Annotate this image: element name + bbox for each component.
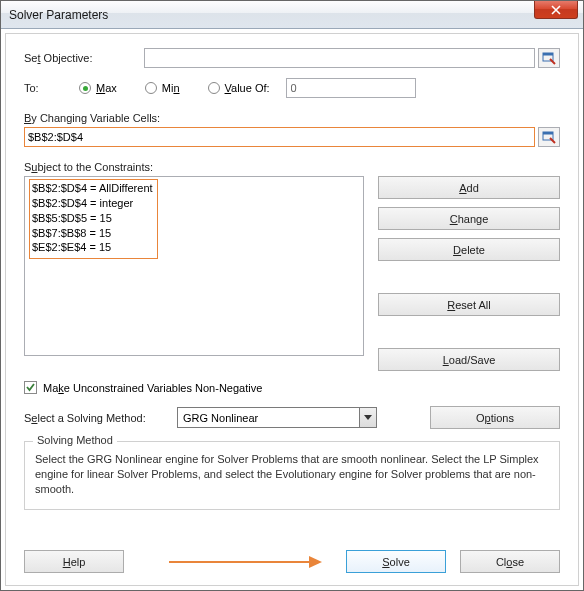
changing-cells-input[interactable] [24,127,535,147]
range-select-icon [542,51,556,65]
dialog-footer: Help Solve Close [24,550,560,573]
options-button[interactable]: Options [430,406,560,429]
close-icon [551,5,561,15]
reset-all-button[interactable]: Reset All [378,293,560,316]
combo-selected-value: GRG Nonlinear [183,412,258,424]
radio-max[interactable]: Max [79,82,117,94]
value-of-input[interactable] [286,78,416,98]
checkbox-icon [24,381,37,394]
svg-rect-1 [543,53,553,56]
titlebar[interactable]: Solver Parameters [1,1,583,29]
chevron-down-icon [364,415,372,421]
radio-value-of[interactable]: Value Of: [208,82,270,94]
load-save-button[interactable]: Load/Save [378,348,560,371]
change-button[interactable]: Change [378,207,560,230]
constraint-item[interactable]: $B$7:$B$8 = 15 [32,226,153,241]
constraints-area: $B$2:$D$4 = AllDifferent $B$2:$D$4 = int… [24,176,560,371]
constraints-highlight: $B$2:$D$4 = AllDifferent $B$2:$D$4 = int… [29,179,158,259]
solver-dialog: Solver Parameters Set Objective: [0,0,584,591]
constraint-item[interactable]: $B$2:$D$4 = integer [32,196,153,211]
close-button[interactable]: Close [460,550,560,573]
constraint-item[interactable]: $B$5:$D$5 = 15 [32,211,153,226]
constraints-listbox[interactable]: $B$2:$D$4 = AllDifferent $B$2:$D$4 = int… [24,176,364,356]
content-frame: Set Objective: To: Max [5,33,579,586]
changing-cells-range-button[interactable] [538,127,560,147]
constraint-item[interactable]: $B$2:$D$4 = AllDifferent [32,181,153,196]
radio-icon [79,82,91,94]
solve-button[interactable]: Solve [346,550,446,573]
changing-cells-row [24,127,560,147]
to-label: To: [24,82,79,94]
solving-method-row: Select a Solving Method: GRG Nonlinear O… [24,406,560,429]
solving-method-group-title: Solving Method [33,434,117,446]
close-window-button[interactable] [534,1,578,19]
radio-min-label: Min [162,82,180,94]
window-title: Solver Parameters [9,8,108,22]
set-objective-row: Set Objective: [24,48,560,68]
add-button[interactable]: Add [378,176,560,199]
solving-method-help-text: Select the GRG Nonlinear engine for Solv… [35,452,549,497]
range-select-icon [542,130,556,144]
radio-icon [208,82,220,94]
objective-range-button[interactable] [538,48,560,68]
delete-button[interactable]: Delete [378,238,560,261]
arrow-annotation-icon [164,552,324,572]
select-method-label: Select a Solving Method: [24,412,159,424]
unconstrained-label: Make Unconstrained Variables Non-Negativ… [43,382,262,394]
radio-min[interactable]: Min [145,82,180,94]
to-row: To: Max Min Value Of: [24,78,560,98]
unconstrained-checkbox-row[interactable]: Make Unconstrained Variables Non-Negativ… [24,381,560,394]
solving-method-groupbox: Solving Method Select the GRG Nonlinear … [24,441,560,510]
constraint-buttons: Add Change Delete Reset All Load/Save [378,176,560,371]
solving-method-combo[interactable]: GRG Nonlinear [177,407,377,428]
combo-dropdown-button[interactable] [359,408,376,427]
constraint-item[interactable]: $E$2:$E$4 = 15 [32,240,153,255]
radio-value-of-label: Value Of: [225,82,270,94]
radio-icon [145,82,157,94]
svg-rect-3 [543,132,553,135]
help-button[interactable]: Help [24,550,124,573]
changing-cells-label: By Changing Variable Cells: [24,112,560,124]
client-area: Set Objective: To: Max [1,29,583,590]
radio-max-label: Max [96,82,117,94]
constraints-label: Subject to the Constraints: [24,161,560,173]
set-objective-label: Set Objective: [24,52,144,64]
objective-input[interactable] [144,48,535,68]
